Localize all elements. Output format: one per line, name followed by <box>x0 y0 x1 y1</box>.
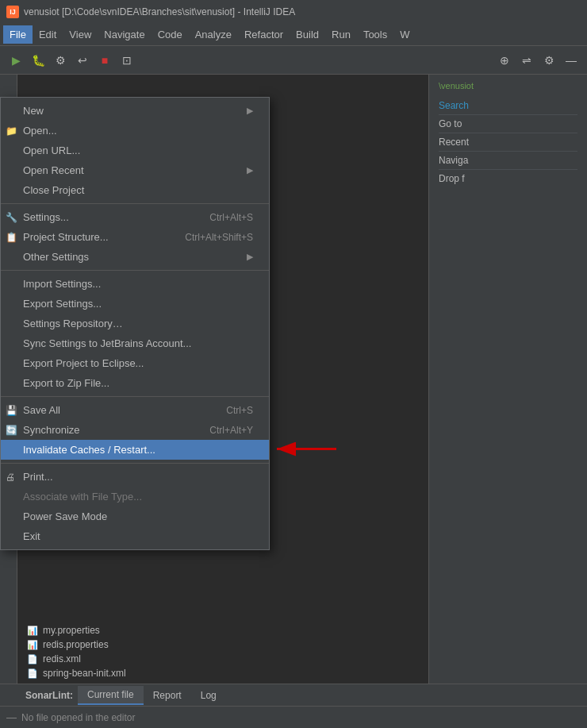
menu-item-other-settings-label: Other Settings <box>23 251 89 263</box>
menu-item-exit[interactable]: Exit <box>1 526 269 546</box>
file-menu-dropdown: New ▶ 📁 Open... Open URL... Open Recent … <box>0 97 270 550</box>
file-item-redis-properties[interactable]: 📊 redis.properties <box>24 637 422 652</box>
coverage-button[interactable]: ⚙ <box>51 51 70 70</box>
minimize-icon[interactable]: — <box>562 51 581 70</box>
menu-item-new[interactable]: New ▶ <box>1 101 269 121</box>
menu-item-exit-label: Exit <box>23 530 40 542</box>
panel-goto: Go to <box>439 115 577 133</box>
settings-icon[interactable]: ⚙ <box>539 51 558 70</box>
red-arrow-indicator <box>269 437 340 462</box>
menu-item-zip-label: Export to Zip File... <box>23 377 109 389</box>
menu-item-power-save[interactable]: Power Save Mode <box>1 507 269 526</box>
profile-button[interactable]: ↩ <box>73 51 92 70</box>
menu-item-settings[interactable]: 🔧 Settings... Ctrl+Alt+S <box>1 207 269 227</box>
menu-run[interactable]: Run <box>325 25 357 44</box>
menu-tools[interactable]: Tools <box>357 25 393 44</box>
menu-code[interactable]: Code <box>152 25 189 44</box>
status-bar: — No file opened in the editor <box>0 706 587 728</box>
menu-item-print[interactable]: 🖨 Print... <box>1 467 269 487</box>
properties-icon-2: 📊 <box>27 640 38 650</box>
menu-item-settings-repo[interactable]: Settings Repository… <box>1 314 269 333</box>
window-title: venusiot [D:\Code\svnIDEA\Branches\sit\v… <box>24 6 295 17</box>
bottom-tab-bar: SonarLint: Current file Report Log <box>0 684 587 706</box>
menu-item-power-save-label: Power Save Mode <box>23 510 107 522</box>
submenu-arrow-new: ▶ <box>247 106 253 116</box>
menu-item-invalidate-label: Invalidate Caches / Restart... <box>23 444 155 456</box>
menu-item-export-zip[interactable]: Export to Zip File... <box>1 373 269 393</box>
menu-item-open-url[interactable]: Open URL... <box>1 141 269 160</box>
print-icon: 🖨 <box>6 472 15 483</box>
run-button[interactable]: ▶ <box>6 51 25 70</box>
menu-item-project-structure[interactable]: 📋 Project Structure... Ctrl+Alt+Shift+S <box>1 227 269 247</box>
menu-item-open-recent[interactable]: Open Recent ▶ <box>1 160 269 180</box>
file-name-4: spring-bean-init.xml <box>43 668 126 679</box>
split-icon[interactable]: ⇌ <box>517 51 536 70</box>
menu-item-eclipse-label: Export Project to Eclipse... <box>23 357 144 369</box>
xml-icon-2: 📄 <box>27 668 38 679</box>
menu-item-open[interactable]: 📁 Open... <box>1 121 269 141</box>
menu-item-open-recent-label: Open Recent <box>23 164 84 176</box>
menu-item-sync-label: Sync Settings to JetBrains Account... <box>23 337 191 349</box>
menu-item-save-label: Save All <box>23 404 60 416</box>
menu-analyze[interactable]: Analyze <box>189 25 238 44</box>
structure-icon: 📋 <box>6 232 17 243</box>
earth-icon[interactable]: ⊕ <box>495 51 514 70</box>
xml-icon-1: 📄 <box>27 654 38 664</box>
panel-navigate: Naviga <box>439 152 577 170</box>
menu-item-export-settings[interactable]: Export Settings... <box>1 294 269 314</box>
tab-current-file[interactable]: Current file <box>78 686 144 705</box>
file-name-2: redis.properties <box>43 639 109 650</box>
menu-item-associate-file-type: Associate with File Type... <box>1 487 269 507</box>
open-icon: 📁 <box>6 125 17 137</box>
menu-item-project-structure-label: Project Structure... <box>23 231 109 243</box>
settings-shortcut: Ctrl+Alt+S <box>209 212 253 223</box>
menu-item-synchronize-label: Synchronize <box>23 424 80 436</box>
sync-icon: 🔄 <box>6 425 17 436</box>
menu-item-new-label: New <box>23 105 44 117</box>
file-name-1: my.properties <box>43 625 100 636</box>
menu-file[interactable]: File <box>3 25 33 44</box>
menu-item-associate-label: Associate with File Type... <box>23 491 142 503</box>
settings-wrench-icon: 🔧 <box>6 212 17 223</box>
panel-drop: Drop f <box>439 170 577 187</box>
menu-item-sync-settings[interactable]: Sync Settings to JetBrains Account... <box>1 333 269 353</box>
menu-item-synchronize[interactable]: 🔄 Synchronize Ctrl+Alt+Y <box>1 420 269 440</box>
menu-item-export-label: Export Settings... <box>23 298 102 310</box>
file-tree: 📊 my.properties 📊 redis.properties 📄 red… <box>17 620 428 684</box>
file-item-spring-bean[interactable]: 📄 spring-bean-init.xml <box>24 666 422 680</box>
tab-log[interactable]: Log <box>191 687 226 704</box>
properties-icon-1: 📊 <box>27 626 38 636</box>
file-name-3: redis.xml <box>43 653 81 664</box>
menu-view[interactable]: View <box>63 25 98 44</box>
tab-report[interactable]: Report <box>144 687 191 704</box>
menu-item-open-label: Open... <box>23 125 57 137</box>
menu-build[interactable]: Build <box>290 25 325 44</box>
menu-item-export-eclipse[interactable]: Export Project to Eclipse... <box>1 353 269 373</box>
menu-item-invalidate-caches[interactable]: Invalidate Caches / Restart... <box>1 440 269 460</box>
menu-item-print-label: Print... <box>23 471 53 483</box>
separator-3 <box>1 396 269 397</box>
submenu-arrow-other: ▶ <box>247 252 253 262</box>
menu-bar: File Edit View Navigate Code Analyze Ref… <box>0 24 587 46</box>
menu-item-import-settings[interactable]: Import Settings... <box>1 274 269 294</box>
right-panel: \venusiot Search Go to Recent Naviga Dro… <box>428 75 587 684</box>
sync-shortcut: Ctrl+Alt+Y <box>209 425 253 436</box>
save-icon: 💾 <box>6 405 17 416</box>
menu-refactor[interactable]: Refactor <box>238 25 290 44</box>
project-structure-shortcut: Ctrl+Alt+Shift+S <box>185 232 253 243</box>
menu-item-other-settings[interactable]: Other Settings ▶ <box>1 247 269 267</box>
file-item-redis-xml[interactable]: 📄 redis.xml <box>24 652 422 666</box>
menu-item-settings-label: Settings... <box>23 211 69 223</box>
menu-edit[interactable]: Edit <box>33 25 63 44</box>
menu-item-settings-repo-label: Settings Repository… <box>23 318 123 329</box>
extra-button[interactable]: ⊡ <box>117 51 136 70</box>
file-item-my-properties[interactable]: 📊 my.properties <box>24 623 422 637</box>
menu-w[interactable]: W <box>393 25 416 44</box>
panel-recent: Recent <box>439 133 577 152</box>
menu-item-close-project[interactable]: Close Project <box>1 180 269 200</box>
menu-item-save-all[interactable]: 💾 Save All Ctrl+S <box>1 400 269 420</box>
debug-button[interactable]: 🐛 <box>29 51 48 70</box>
status-text: No file opened in the editor <box>21 712 135 723</box>
stop-button[interactable]: ■ <box>95 51 114 70</box>
menu-navigate[interactable]: Navigate <box>98 25 151 44</box>
